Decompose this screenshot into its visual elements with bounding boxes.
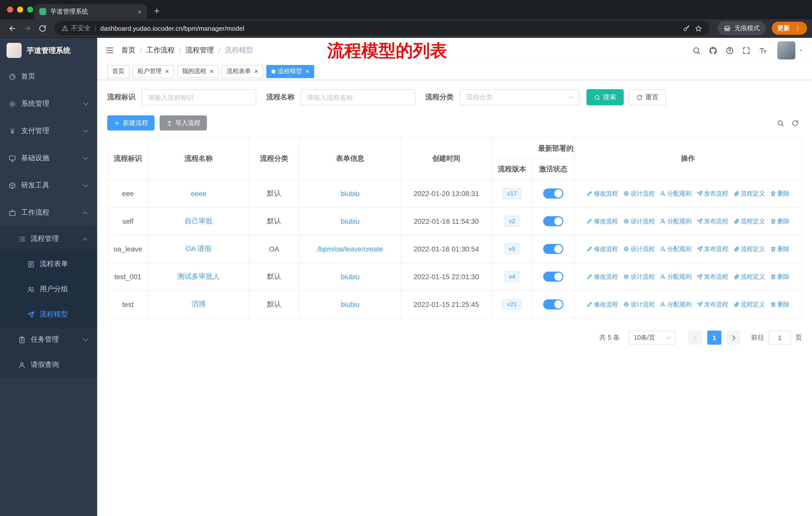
import-process-button[interactable]: 导入流程	[160, 115, 207, 131]
action-delete[interactable]: 删除	[770, 217, 790, 225]
sidebar-item-process-form[interactable]: 流程表单	[0, 251, 97, 277]
action-assign[interactable]: 分配规则	[660, 189, 691, 198]
action-definition[interactable]: 流程定义	[733, 300, 765, 309]
page-size-select[interactable]: 10条/页	[629, 331, 675, 345]
sidebar-item-dev-tools[interactable]: 研发工具	[0, 172, 97, 199]
font-size-icon[interactable]	[759, 46, 767, 55]
breadcrumb-item[interactable]: 流程管理	[186, 46, 214, 55]
browser-tab[interactable]: 芋道管理系统 ×	[34, 4, 147, 19]
forward-button[interactable]	[20, 21, 34, 35]
security-status[interactable]: 不安全	[61, 24, 91, 33]
process-name-link[interactable]: OA 请假	[186, 244, 212, 252]
action-delete[interactable]: 删除	[770, 245, 790, 253]
action-delete[interactable]: 删除	[770, 272, 790, 281]
tag-close-icon[interactable]: ×	[254, 68, 258, 75]
process-key-input[interactable]	[141, 89, 256, 105]
sidebar-item-task-management[interactable]: 任务管理	[0, 327, 97, 352]
action-definition[interactable]: 流程定义	[733, 189, 765, 198]
action-delete[interactable]: 删除	[770, 300, 790, 309]
status-toggle[interactable]	[543, 299, 563, 309]
action-design[interactable]: 设计流程	[623, 189, 655, 198]
form-link[interactable]: /bpm/oa/leave/create	[317, 245, 383, 253]
process-name-input[interactable]	[300, 89, 415, 105]
action-definition[interactable]: 流程定义	[733, 217, 765, 225]
action-definition[interactable]: 流程定义	[733, 245, 765, 253]
action-design[interactable]: 设计流程	[623, 217, 655, 225]
tag-close-icon[interactable]: ×	[165, 68, 169, 75]
status-toggle[interactable]	[543, 216, 563, 226]
password-key-icon[interactable]	[683, 24, 690, 32]
status-toggle[interactable]	[543, 188, 563, 198]
action-edit[interactable]: 修改流程	[586, 189, 618, 198]
process-name-link[interactable]: 滔博	[192, 300, 206, 308]
action-publish[interactable]: 发布流程	[696, 245, 728, 253]
address-bar[interactable]: 不安全 dashboard.yudao.iocoder.cn/bpm/manag…	[54, 21, 709, 35]
fullscreen-icon[interactable]	[742, 46, 751, 55]
action-edit[interactable]: 修改流程	[586, 300, 618, 309]
sidebar-item-workflow[interactable]: 工作流程	[0, 199, 97, 226]
sidebar-item-leave-query[interactable]: 请假查询	[0, 352, 97, 377]
action-publish[interactable]: 发布流程	[696, 300, 728, 309]
breadcrumb-item[interactable]: 工作流程	[146, 46, 175, 55]
back-button[interactable]	[5, 21, 19, 35]
status-toggle[interactable]	[543, 244, 563, 254]
breadcrumb-item[interactable]: 首页	[121, 46, 136, 55]
zoom-window-button[interactable]	[27, 6, 33, 12]
search-icon[interactable]	[692, 46, 701, 55]
process-name-link[interactable]: 测试多审批人	[177, 272, 220, 280]
form-link[interactable]: biubiu	[341, 189, 360, 197]
refresh-table-icon[interactable]	[791, 119, 799, 127]
form-link[interactable]: biubiu	[341, 300, 360, 308]
action-assign[interactable]: 分配规则	[660, 300, 691, 309]
reset-button[interactable]: 重置	[629, 89, 666, 105]
help-icon[interactable]	[725, 46, 734, 55]
tab-close-icon[interactable]: ×	[138, 8, 142, 16]
bookmark-star-icon[interactable]	[695, 24, 702, 32]
prev-page-button[interactable]	[688, 331, 702, 345]
sidebar-item-process-management[interactable]: 流程管理	[0, 226, 97, 251]
update-chip[interactable]: 更新	[772, 22, 807, 35]
sidebar-item-infrastructure[interactable]: 基础设施	[0, 145, 97, 172]
process-name-link[interactable]: eeee	[191, 189, 206, 197]
action-publish[interactable]: 发布流程	[696, 189, 728, 198]
current-page-button[interactable]: 1	[707, 331, 721, 345]
tag-process-model[interactable]: 流程模型 ×	[266, 65, 314, 78]
show-search-icon[interactable]	[777, 119, 784, 127]
tag-close-icon[interactable]: ×	[306, 68, 309, 75]
sidebar-item-payment-management[interactable]: 支付管理	[0, 117, 97, 145]
form-link[interactable]: biubiu	[341, 217, 360, 225]
tag-home[interactable]: 首页	[107, 65, 129, 78]
action-publish[interactable]: 发布流程	[696, 217, 728, 225]
action-assign[interactable]: 分配规则	[660, 245, 691, 253]
sidebar-item-home[interactable]: 首页	[0, 63, 97, 90]
action-design[interactable]: 设计流程	[623, 272, 655, 281]
status-toggle[interactable]	[543, 272, 563, 282]
tag-process-form[interactable]: 流程表单 ×	[222, 65, 263, 78]
tag-my-process[interactable]: 我的流程 ×	[177, 65, 219, 78]
action-assign[interactable]: 分配规则	[660, 272, 691, 281]
minimize-window-button[interactable]	[17, 6, 23, 12]
action-design[interactable]: 设计流程	[623, 300, 655, 309]
action-design[interactable]: 设计流程	[623, 245, 655, 253]
process-name-link[interactable]: 自己审批	[184, 217, 213, 225]
user-avatar[interactable]	[777, 41, 804, 59]
action-assign[interactable]: 分配规则	[660, 217, 691, 225]
action-delete[interactable]: 删除	[770, 189, 790, 198]
next-page-button[interactable]	[726, 331, 741, 345]
tag-close-icon[interactable]: ×	[210, 68, 213, 75]
action-edit[interactable]: 修改流程	[586, 245, 618, 253]
search-button[interactable]: 搜索	[586, 89, 624, 105]
close-window-button[interactable]	[7, 6, 13, 12]
sidebar-toggle-icon[interactable]	[105, 46, 114, 55]
category-select[interactable]: 流程分类	[460, 89, 579, 105]
reload-button[interactable]	[35, 21, 49, 35]
action-edit[interactable]: 修改流程	[586, 272, 618, 281]
github-icon[interactable]	[709, 46, 717, 55]
browser-menu-icon[interactable]	[794, 24, 802, 32]
goto-page-input[interactable]	[769, 331, 791, 345]
sidebar-item-user-group[interactable]: 用户分组	[0, 277, 97, 302]
sidebar-item-system-management[interactable]: 系统管理	[0, 90, 97, 117]
create-process-button[interactable]: 新建流程	[107, 115, 154, 131]
new-tab-button[interactable]: +	[154, 6, 160, 16]
action-publish[interactable]: 发布流程	[696, 272, 728, 281]
